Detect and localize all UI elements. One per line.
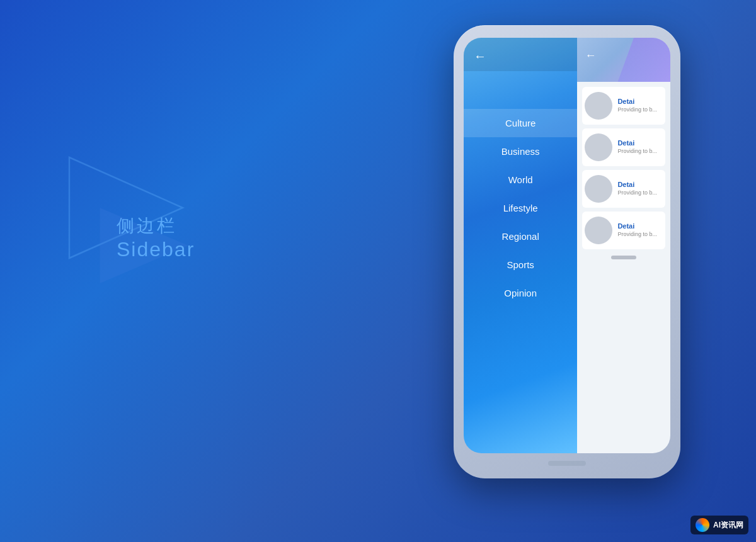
content-back-arrow[interactable]: ← (585, 49, 596, 62)
content-title-1: Detai (617, 98, 663, 105)
content-avatar-3 (585, 175, 612, 203)
menu-item-opinion[interactable]: Opinion (464, 279, 577, 307)
phone-screen: ← Culture Business World Lifestyle Regio… (464, 38, 670, 453)
sidebar-header: ← (464, 38, 577, 71)
sidebar-panel: ← Culture Business World Lifestyle Regio… (464, 38, 577, 453)
content-item-2[interactable]: Detai Provid­ing to b... (582, 128, 665, 166)
menu-item-regional[interactable]: Regional (464, 222, 577, 251)
content-avatar-2 (585, 133, 612, 161)
content-text-1: Detai Provid­ing to b... (617, 98, 663, 114)
content-panel: ← Detai Provid­ing to b... Detai Provid­… (577, 38, 670, 453)
content-title-4: Detai (617, 222, 663, 230)
watermark: AI资讯网 (690, 516, 748, 534)
menu-item-lifestyle[interactable]: Lifestyle (464, 194, 577, 222)
sidebar-menu: Culture Business World Lifestyle Regiona… (464, 109, 577, 307)
menu-item-sports[interactable]: Sports (464, 251, 577, 279)
content-title-3: Detai (617, 181, 663, 188)
content-title-2: Detai (617, 139, 663, 147)
content-desc-3: Provid­ing to b... (617, 189, 663, 197)
content-header: ← (577, 38, 670, 82)
sidebar-label-container: 侧边栏 Sidebar (117, 214, 195, 261)
phone-mockup: ← Culture Business World Lifestyle Regio… (454, 25, 680, 478)
content-item-1[interactable]: Detai Provid­ing to b... (582, 87, 665, 125)
phone-home-button[interactable] (548, 461, 586, 466)
content-list: Detai Provid­ing to b... Detai Provid­in… (577, 82, 670, 453)
content-item-4[interactable]: Detai Provid­ing to b... (582, 212, 665, 249)
content-desc-2: Provid­ing to b... (617, 148, 663, 155)
sidebar-back-arrow[interactable]: ← (474, 49, 486, 63)
content-desc-1: Provid­ing to b... (617, 106, 663, 114)
content-desc-4: Provid­ing to b... (617, 231, 663, 239)
sidebar-label-chinese: 侧边栏 (117, 214, 195, 238)
content-text-4: Detai Provid­ing to b... (617, 222, 663, 239)
menu-item-world[interactable]: World (464, 166, 577, 194)
content-avatar-4 (585, 217, 612, 244)
menu-item-culture[interactable]: Culture (464, 109, 577, 137)
content-avatar-1 (585, 92, 612, 120)
watermark-icon (696, 518, 709, 532)
content-text-3: Detai Provid­ing to b... (617, 181, 663, 197)
watermark-text: AI资讯网 (713, 520, 743, 531)
scrollbar-indicator (611, 256, 636, 259)
menu-item-business[interactable]: Business (464, 137, 577, 166)
content-text-2: Detai Provid­ing to b... (617, 139, 663, 155)
sidebar-label-english: Sidebar (117, 238, 195, 261)
content-item-3[interactable]: Detai Provid­ing to b... (582, 170, 665, 208)
